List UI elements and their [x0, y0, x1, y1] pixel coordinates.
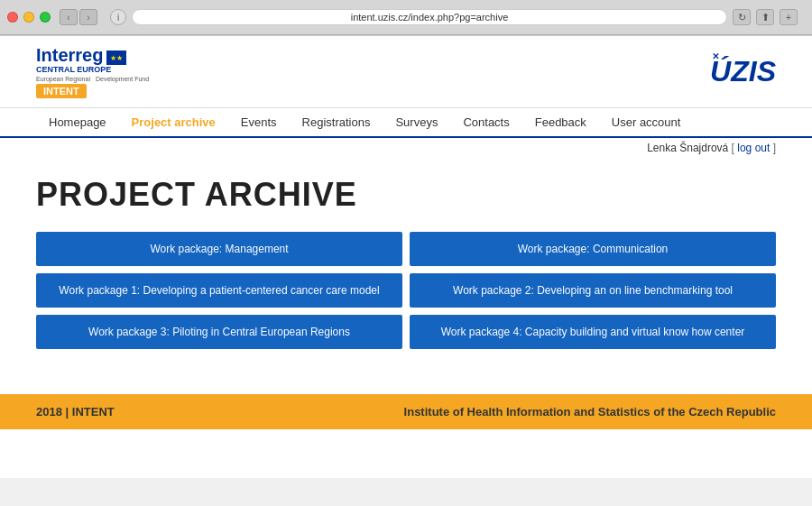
site-nav: Homepage Project archive Events Registra… — [0, 108, 812, 138]
work-package-grid: Work package: Management Work package: C… — [36, 232, 776, 349]
forward-button[interactable]: › — [79, 9, 97, 25]
eu-flag-icon: ★★ — [106, 51, 126, 65]
wp-1-button[interactable]: Work package 1: Developing a patient-cen… — [36, 273, 402, 308]
eu-logos-small: European Regional Development Fund — [36, 76, 149, 82]
footer-left: 2018 | INTENT — [36, 405, 115, 419]
back-button[interactable]: ‹ — [60, 9, 78, 25]
username-label: Lenka Šnajdrová — [647, 142, 728, 154]
address-bar[interactable]: intent.uzis.cz/index.php?pg=archive — [132, 9, 727, 25]
site-header: Interreg ★★ CENTRAL EUROPE European Regi… — [0, 36, 812, 108]
maximize-button[interactable] — [40, 12, 51, 23]
share-button[interactable]: ⬆ — [756, 9, 774, 25]
wp-2-button[interactable]: Work package 2: Developing an on line be… — [410, 273, 776, 308]
interreg-text: Interreg — [36, 45, 103, 66]
nav-feedback[interactable]: Feedback — [522, 108, 599, 136]
nav-arrows: ‹ › — [60, 9, 97, 25]
interreg-logo: Interreg ★★ CENTRAL EUROPE European Regi… — [36, 45, 149, 98]
nav-events[interactable]: Events — [228, 108, 290, 136]
wp-4-button[interactable]: Work package 4: Capacity building and vi… — [410, 315, 776, 349]
uzis-logo: ÚZIS — [710, 55, 776, 88]
close-button[interactable] — [7, 12, 18, 23]
reload-button[interactable]: ↻ — [733, 9, 751, 25]
wp-management-button[interactable]: Work package: Management — [36, 232, 402, 266]
central-europe-text: CENTRAL EUROPE — [36, 66, 111, 75]
page-title: PROJECT ARCHIVE — [36, 176, 776, 214]
website-content: Interreg ★★ CENTRAL EUROPE European Regi… — [0, 36, 812, 478]
site-footer: 2018 | INTENT Institute of Health Inform… — [0, 394, 812, 429]
nav-surveys[interactable]: Surveys — [383, 108, 450, 136]
intent-badge: INTENT — [36, 84, 87, 98]
nav-contacts[interactable]: Contacts — [450, 108, 521, 136]
wp-3-button[interactable]: Work package 3: Piloting in Central Euro… — [36, 315, 402, 349]
logout-link[interactable]: log out — [737, 142, 770, 154]
add-tab-button[interactable]: + — [780, 9, 798, 25]
nav-user-account[interactable]: User account — [599, 108, 694, 136]
footer-right: Institute of Health Information and Stat… — [404, 405, 776, 419]
wp-communication-button[interactable]: Work package: Communication — [410, 232, 776, 266]
bracket-close: ] — [773, 142, 776, 154]
browser-chrome: ‹ › i intent.uzis.cz/index.php?pg=archiv… — [0, 0, 812, 36]
nav-homepage[interactable]: Homepage — [36, 108, 119, 136]
user-bar: Lenka Šnajdrová [ log out ] — [0, 138, 812, 158]
nav-registrations[interactable]: Registrations — [290, 108, 383, 136]
minimize-button[interactable] — [23, 12, 34, 23]
browser-titlebar: ‹ › i intent.uzis.cz/index.php?pg=archiv… — [0, 0, 812, 35]
nav-project-archive[interactable]: Project archive — [119, 108, 228, 136]
info-icon: i — [110, 9, 126, 25]
main-content: PROJECT ARCHIVE Work package: Management… — [0, 158, 812, 376]
